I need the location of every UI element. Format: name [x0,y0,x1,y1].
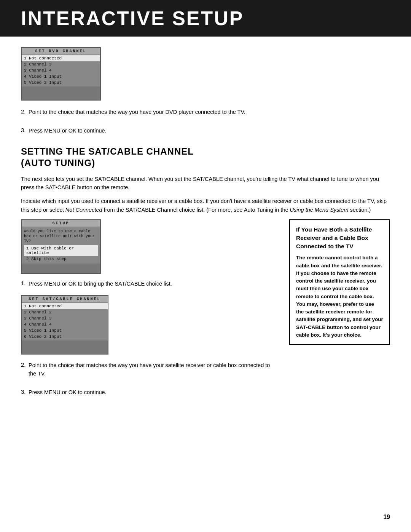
instruction-number: 3. [21,127,26,133]
menu-item: 1 Not connected [22,303,108,309]
menu-item: 1 Use with cable or satellite [24,245,98,256]
right-column: If You Have Both a Satellite Receiver an… [289,219,390,400]
sat-cable-menu-footer [22,340,108,354]
instruction-number: 2. [21,108,26,115]
instruction-number: 3. [21,388,26,395]
two-column-layout: SETUP Would you like to use a cable box … [21,219,390,400]
menu-item: 2 Channel 2 [22,309,108,315]
sat-instruction-text-3: Press MENU or OK to continue. [29,388,278,397]
section-title: SETTING THE SAT/CABLE CHANNEL(AUTO TUNIN… [21,146,390,169]
setup-menu-title: SETUP [22,220,100,227]
body-para-2: Indicate which input you used to connect… [21,197,390,214]
info-box-body: The remote cannot control both a cable b… [296,254,383,339]
page-title: INTERACTIVE SETUP [21,7,396,30]
menu-item: 2 Channel 3 [22,61,100,67]
menu-item: 3 Channel 3 [22,315,108,321]
sat-instruction-2: 2. Point to the choice that matches the … [21,361,278,378]
dvd-instruction-text-3: Press MENU or OK to continue. [29,127,390,135]
menu-item: 4 Channel 4 [22,321,108,328]
info-box-title: If You Have Both a Satellite Receiver an… [296,225,383,250]
sat-instruction-1: 1. Press MENU or OK to bring up the SAT/… [21,280,278,288]
page-number: 19 [383,514,390,521]
menu-item: 1 Not connected [22,55,100,61]
menu-item: 5 Video 2 Input [22,80,100,86]
sat-instruction-text-1: Press MENU or OK to bring up the SAT/CAB… [29,280,278,288]
sat-cable-menu-body: 1 Not connected2 Channel 23 Channel 34 C… [22,302,108,340]
menu-item: 3 Channel 4 [22,67,100,73]
body-para-1: The next step lets you set the SAT/CABLE… [21,175,390,192]
dvd-instruction-3: 3. Press MENU or OK to continue. [21,127,390,135]
left-column: SETUP Would you like to use a cable box … [21,219,278,400]
sat-cable-menu-screenshot: SET SAT/CABLE CHANNEL 1 Not connected2 C… [21,295,108,355]
setup-menu-footer [22,264,100,273]
instruction-number: 1. [21,280,26,286]
dvd-menu-body: 1 Not connected2 Channel 33 Channel 44 V… [22,54,100,86]
page-header: INTERACTIVE SETUP [0,0,411,37]
menu-item: 4 Video 1 Input [22,73,100,80]
dvd-instruction-text-2: Point to the choice that matches the way… [29,108,390,117]
dvd-menu-footer [22,86,100,100]
sat-cable-menu-title: SET SAT/CABLE CHANNEL [22,296,108,302]
section-heading-sat: SETTING THE SAT/CABLE CHANNEL(AUTO TUNIN… [21,146,390,169]
dvd-instruction-2: 2. Point to the choice that matches the … [21,108,390,117]
menu-item: 2 Skip this step [24,256,98,262]
setup-menu-prompt: Would you like to use a cable box or sat… [24,228,98,245]
menu-item: 6 Video 2 Input [22,334,108,340]
dvd-menu-screenshot: SET DVD CHANNEL 1 Not connected2 Channel… [21,47,101,101]
instruction-number: 2. [21,361,26,368]
sat-instruction-text-2: Point to the choice that matches the way… [29,361,278,378]
menu-item: 5 Video 1 Input [22,328,108,334]
dvd-menu-title: SET DVD CHANNEL [22,48,100,54]
setup-menu-body: Would you like to use a cable box or sat… [22,227,100,264]
sat-instruction-3: 3. Press MENU or OK to continue. [21,388,278,397]
setup-menu-screenshot: SETUP Would you like to use a cable box … [21,219,101,274]
info-box: If You Have Both a Satellite Receiver an… [289,219,390,345]
